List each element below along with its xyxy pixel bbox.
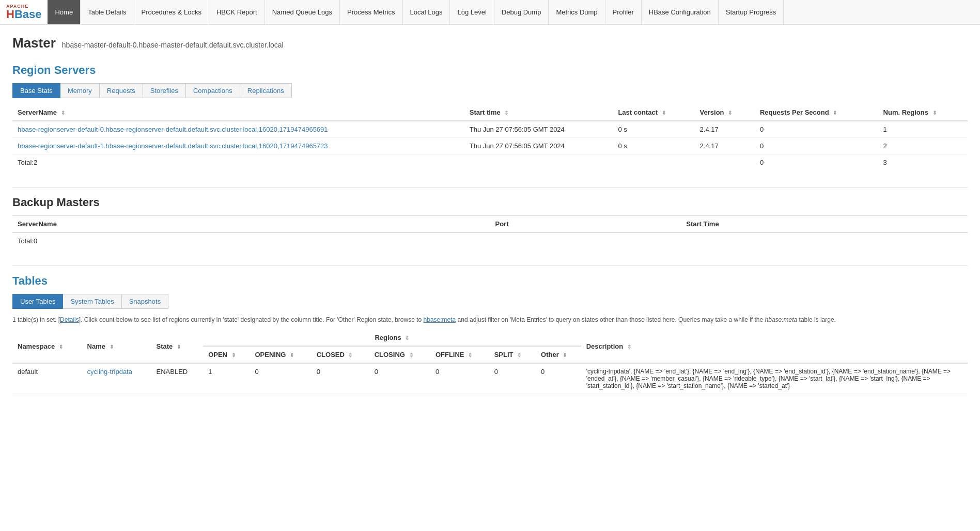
tables-tabs: User Tables System Tables Snapshots xyxy=(12,294,968,309)
tbl-closed-0: 0 xyxy=(312,363,369,394)
th-description: Description ⇕ xyxy=(581,330,968,363)
tab-user-tables[interactable]: User Tables xyxy=(12,294,63,309)
sort-icon-rps: ⇕ xyxy=(833,110,837,116)
tab-requests[interactable]: Requests xyxy=(100,83,143,98)
region-servers-tabs: Base Stats Memory Requests Storefiles Co… xyxy=(12,83,968,98)
table-row: hbase-regionserver-default-1.hbase-regio… xyxy=(12,138,968,154)
bm-total-starttime xyxy=(681,232,968,249)
th-namespace: Namespace ⇕ xyxy=(12,330,82,363)
tbl-offline-0: 0 xyxy=(430,363,489,394)
nav-profiler[interactable]: Profiler xyxy=(605,0,642,24)
rs-version-1: 2.4.17 xyxy=(695,138,755,154)
th-other: Other ⇕ xyxy=(536,346,581,363)
backup-masters-table: ServerName Port Start Time Total:0 xyxy=(12,215,968,249)
tab-replications[interactable]: Replications xyxy=(240,83,292,98)
bm-col-starttime: Start Time xyxy=(681,216,968,233)
sort-icon-name: ⇕ xyxy=(110,344,114,350)
sort-icon-open: ⇕ xyxy=(231,352,236,358)
col-start-time: Start time ⇕ xyxy=(464,104,613,121)
divider-1 xyxy=(12,187,968,188)
rs-link-0[interactable]: hbase-regionserver-default-0.hbase-regio… xyxy=(18,126,328,133)
nav-process-metrics[interactable]: Process Metrics xyxy=(340,0,402,24)
tbl-name-0: cycling-tripdata xyxy=(82,363,151,394)
logo: APACHE HBase xyxy=(0,0,48,24)
nav-log-level[interactable]: Log Level xyxy=(450,0,494,24)
nav-named-queue-logs[interactable]: Named Queue Logs xyxy=(265,0,340,24)
divider-2 xyxy=(12,266,968,266)
rs-numregions-0: 1 xyxy=(878,121,968,138)
tbl-other-0: 0 xyxy=(536,363,581,394)
region-servers-section: Region Servers Base Stats Memory Request… xyxy=(12,64,968,170)
total-start-time xyxy=(464,154,613,171)
tab-memory[interactable]: Memory xyxy=(60,83,100,98)
tbl-state-0: ENABLED xyxy=(151,363,204,394)
tbl-namespace-0: default xyxy=(12,363,82,394)
sort-icon-version: ⇕ xyxy=(728,110,732,116)
hbase-meta-link[interactable]: hbase:meta xyxy=(424,316,456,323)
nav-home[interactable]: Home xyxy=(48,0,81,24)
nav-debug-dump[interactable]: Debug Dump xyxy=(494,0,549,24)
col-last-contact: Last contact ⇕ xyxy=(613,104,694,121)
sort-icon-servername: ⇕ xyxy=(61,110,65,116)
nav-local-logs[interactable]: Local Logs xyxy=(403,0,450,24)
nav-hbck-report[interactable]: HBCK Report xyxy=(209,0,265,24)
tables-table: Namespace ⇕ Name ⇕ State ⇕ Regions ⇕ Des… xyxy=(12,330,968,394)
rs-rps-1: 0 xyxy=(755,138,878,154)
rs-link-1[interactable]: hbase-regionserver-default-1.hbase-regio… xyxy=(18,142,328,150)
col-num-regions: Num. Regions ⇕ xyxy=(878,104,968,121)
sort-icon-lastcontact: ⇕ xyxy=(662,110,666,116)
tab-compactions[interactable]: Compactions xyxy=(186,83,240,98)
total-version xyxy=(695,154,755,171)
th-regions: Regions ⇕ xyxy=(203,330,581,346)
bm-total-label: Total:0 xyxy=(12,232,490,249)
rs-server-name-1: hbase-regionserver-default-1.hbase-regio… xyxy=(12,138,464,154)
sort-icon-state: ⇕ xyxy=(177,344,181,350)
tables-section: Tables User Tables System Tables Snapsho… xyxy=(12,274,968,394)
sort-icon-closed: ⇕ xyxy=(348,352,352,358)
master-title-section: Master hbase-master-default-0.hbase-mast… xyxy=(12,35,968,51)
nav-metrics-dump[interactable]: Metrics Dump xyxy=(549,0,605,24)
sort-icon-opening: ⇕ xyxy=(290,352,294,358)
nav-startup-progress[interactable]: Startup Progress xyxy=(719,0,784,24)
col-requests-per-second: Requests Per Second ⇕ xyxy=(755,104,878,121)
total-regions: 3 xyxy=(878,154,968,171)
tab-snapshots[interactable]: Snapshots xyxy=(122,294,168,309)
rs-start-time-0: Thu Jun 27 07:56:05 GMT 2024 xyxy=(464,121,613,138)
sort-icon-closing: ⇕ xyxy=(409,352,413,358)
th-opening: OPENING ⇕ xyxy=(250,346,312,363)
region-servers-total-row: Total:2 0 3 xyxy=(12,154,968,171)
nav-table-details[interactable]: Table Details xyxy=(81,0,134,24)
rs-start-time-1: Thu Jun 27 07:56:05 GMT 2024 xyxy=(464,138,613,154)
th-state: State ⇕ xyxy=(151,330,204,363)
tab-storefiles[interactable]: Storefiles xyxy=(143,83,186,98)
sort-icon-offline: ⇕ xyxy=(468,352,472,358)
page-content: Master hbase-master-default-0.hbase-mast… xyxy=(0,25,980,421)
sort-icon-regions: ⇕ xyxy=(405,335,409,341)
th-offline: OFFLINE ⇕ xyxy=(430,346,489,363)
sort-icon-desc: ⇕ xyxy=(627,344,631,350)
sort-icon-split: ⇕ xyxy=(517,352,521,358)
th-name: Name ⇕ xyxy=(82,330,151,363)
tab-base-stats[interactable]: Base Stats xyxy=(12,83,60,98)
total-label: Total:2 xyxy=(12,154,464,171)
tab-system-tables[interactable]: System Tables xyxy=(63,294,121,309)
tbl-open-0: 1 xyxy=(203,363,250,394)
bm-col-port: Port xyxy=(490,216,681,233)
bm-total-port xyxy=(490,232,681,249)
th-closed: CLOSED ⇕ xyxy=(312,346,369,363)
nav-procedures-locks[interactable]: Procedures & Locks xyxy=(134,0,209,24)
th-split: SPLIT ⇕ xyxy=(489,346,536,363)
master-hostname: hbase-master-default-0.hbase-master-defa… xyxy=(62,41,284,49)
sort-icon-other: ⇕ xyxy=(563,352,567,358)
rs-version-0: 2.4.17 xyxy=(695,121,755,138)
tbl-link-0[interactable]: cycling-tripdata xyxy=(87,368,132,376)
logo-hbase-text: HBase xyxy=(6,9,41,20)
details-link[interactable]: Details xyxy=(60,316,79,323)
sort-icon-ns: ⇕ xyxy=(59,344,63,350)
nav-hbase-configuration[interactable]: HBase Configuration xyxy=(642,0,719,24)
sort-icon-starttime: ⇕ xyxy=(504,110,508,116)
rs-server-name-0: hbase-regionserver-default-0.hbase-regio… xyxy=(12,121,464,138)
rs-last-contact-0: 0 s xyxy=(613,121,694,138)
table-row: default cycling-tripdata ENABLED 1 0 0 0… xyxy=(12,363,968,394)
tables-title: Tables xyxy=(12,274,968,288)
